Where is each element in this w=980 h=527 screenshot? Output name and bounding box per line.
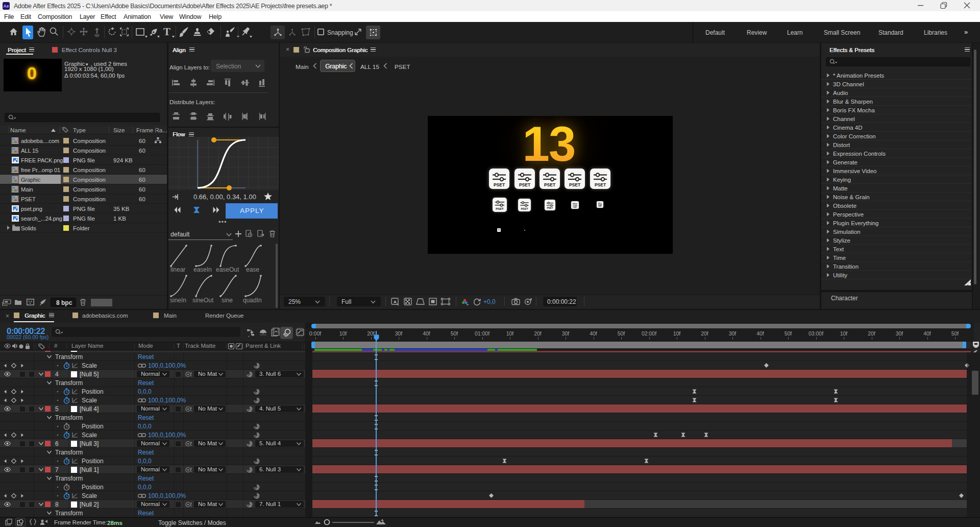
svg-text:PSET: PSET — [544, 182, 555, 187]
svg-text:PSET: PSET — [496, 207, 504, 210]
svg-text:PSET: PSET — [547, 207, 553, 209]
svg-text:PSET: PSET — [494, 182, 505, 187]
svg-text:PSET: PSET — [569, 182, 581, 187]
svg-text:PSET: PSET — [598, 205, 602, 207]
svg-text:PSET: PSET — [521, 207, 529, 210]
svg-text:PSET: PSET — [595, 182, 606, 187]
svg-text:PSET: PSET — [573, 206, 577, 208]
svg-text:PSET: PSET — [519, 182, 530, 187]
